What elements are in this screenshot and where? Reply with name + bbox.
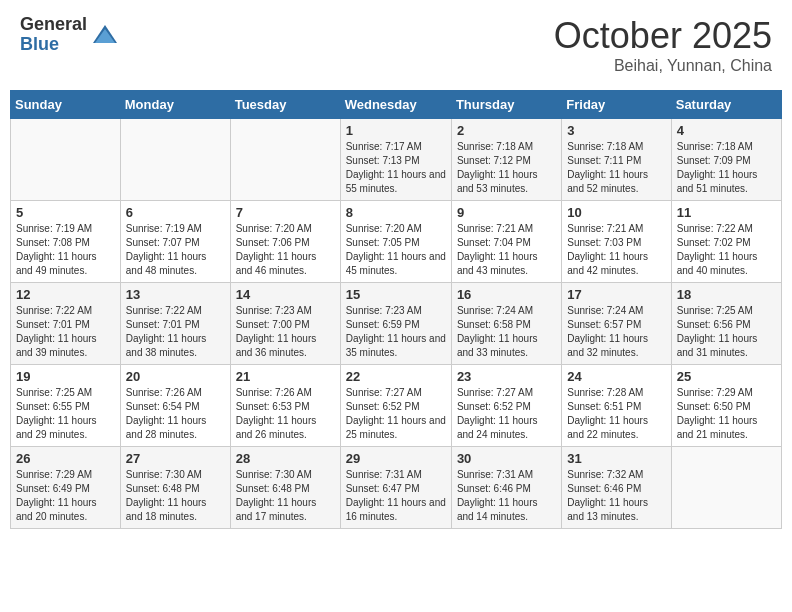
day-info: Sunrise: 7:29 AM Sunset: 6:49 PM Dayligh… [16, 468, 115, 524]
calendar-table: SundayMondayTuesdayWednesdayThursdayFrid… [10, 90, 782, 529]
day-info: Sunrise: 7:20 AM Sunset: 7:05 PM Dayligh… [346, 222, 446, 278]
day-info: Sunrise: 7:24 AM Sunset: 6:57 PM Dayligh… [567, 304, 665, 360]
column-header-monday: Monday [120, 91, 230, 119]
column-header-wednesday: Wednesday [340, 91, 451, 119]
calendar-cell: 14Sunrise: 7:23 AM Sunset: 7:00 PM Dayli… [230, 283, 340, 365]
month-title: October 2025 [554, 15, 772, 57]
day-number: 24 [567, 369, 665, 384]
day-info: Sunrise: 7:18 AM Sunset: 7:09 PM Dayligh… [677, 140, 776, 196]
calendar-cell: 10Sunrise: 7:21 AM Sunset: 7:03 PM Dayli… [562, 201, 671, 283]
day-number: 2 [457, 123, 556, 138]
day-number: 15 [346, 287, 446, 302]
calendar-cell: 23Sunrise: 7:27 AM Sunset: 6:52 PM Dayli… [451, 365, 561, 447]
calendar-week-3: 12Sunrise: 7:22 AM Sunset: 7:01 PM Dayli… [11, 283, 782, 365]
day-number: 20 [126, 369, 225, 384]
day-info: Sunrise: 7:17 AM Sunset: 7:13 PM Dayligh… [346, 140, 446, 196]
day-info: Sunrise: 7:22 AM Sunset: 7:02 PM Dayligh… [677, 222, 776, 278]
calendar-header-row: SundayMondayTuesdayWednesdayThursdayFrid… [11, 91, 782, 119]
day-number: 17 [567, 287, 665, 302]
day-number: 30 [457, 451, 556, 466]
column-header-thursday: Thursday [451, 91, 561, 119]
day-number: 31 [567, 451, 665, 466]
logo: General Blue [20, 15, 119, 55]
day-number: 13 [126, 287, 225, 302]
column-header-friday: Friday [562, 91, 671, 119]
day-info: Sunrise: 7:23 AM Sunset: 7:00 PM Dayligh… [236, 304, 335, 360]
calendar-cell: 19Sunrise: 7:25 AM Sunset: 6:55 PM Dayli… [11, 365, 121, 447]
logo-blue: Blue [20, 35, 87, 55]
day-info: Sunrise: 7:31 AM Sunset: 6:47 PM Dayligh… [346, 468, 446, 524]
day-info: Sunrise: 7:26 AM Sunset: 6:53 PM Dayligh… [236, 386, 335, 442]
day-number: 10 [567, 205, 665, 220]
calendar-cell: 20Sunrise: 7:26 AM Sunset: 6:54 PM Dayli… [120, 365, 230, 447]
calendar-cell: 16Sunrise: 7:24 AM Sunset: 6:58 PM Dayli… [451, 283, 561, 365]
day-number: 25 [677, 369, 776, 384]
day-number: 21 [236, 369, 335, 384]
calendar-cell [671, 447, 781, 529]
calendar-cell: 6Sunrise: 7:19 AM Sunset: 7:07 PM Daylig… [120, 201, 230, 283]
title-block: October 2025 Beihai, Yunnan, China [554, 15, 772, 75]
day-info: Sunrise: 7:20 AM Sunset: 7:06 PM Dayligh… [236, 222, 335, 278]
calendar-cell [120, 119, 230, 201]
day-number: 18 [677, 287, 776, 302]
calendar-cell: 13Sunrise: 7:22 AM Sunset: 7:01 PM Dayli… [120, 283, 230, 365]
calendar-cell: 24Sunrise: 7:28 AM Sunset: 6:51 PM Dayli… [562, 365, 671, 447]
day-info: Sunrise: 7:30 AM Sunset: 6:48 PM Dayligh… [236, 468, 335, 524]
day-info: Sunrise: 7:24 AM Sunset: 6:58 PM Dayligh… [457, 304, 556, 360]
day-number: 27 [126, 451, 225, 466]
calendar-cell: 22Sunrise: 7:27 AM Sunset: 6:52 PM Dayli… [340, 365, 451, 447]
day-number: 11 [677, 205, 776, 220]
day-info: Sunrise: 7:27 AM Sunset: 6:52 PM Dayligh… [346, 386, 446, 442]
location-title: Beihai, Yunnan, China [554, 57, 772, 75]
day-number: 3 [567, 123, 665, 138]
calendar-cell: 1Sunrise: 7:17 AM Sunset: 7:13 PM Daylig… [340, 119, 451, 201]
day-number: 9 [457, 205, 556, 220]
day-number: 23 [457, 369, 556, 384]
calendar-week-1: 1Sunrise: 7:17 AM Sunset: 7:13 PM Daylig… [11, 119, 782, 201]
day-info: Sunrise: 7:31 AM Sunset: 6:46 PM Dayligh… [457, 468, 556, 524]
day-number: 1 [346, 123, 446, 138]
day-number: 4 [677, 123, 776, 138]
day-info: Sunrise: 7:25 AM Sunset: 6:55 PM Dayligh… [16, 386, 115, 442]
calendar-cell: 31Sunrise: 7:32 AM Sunset: 6:46 PM Dayli… [562, 447, 671, 529]
column-header-tuesday: Tuesday [230, 91, 340, 119]
calendar-cell: 2Sunrise: 7:18 AM Sunset: 7:12 PM Daylig… [451, 119, 561, 201]
day-info: Sunrise: 7:22 AM Sunset: 7:01 PM Dayligh… [16, 304, 115, 360]
day-number: 5 [16, 205, 115, 220]
day-number: 22 [346, 369, 446, 384]
day-number: 28 [236, 451, 335, 466]
column-header-sunday: Sunday [11, 91, 121, 119]
day-info: Sunrise: 7:29 AM Sunset: 6:50 PM Dayligh… [677, 386, 776, 442]
day-info: Sunrise: 7:30 AM Sunset: 6:48 PM Dayligh… [126, 468, 225, 524]
calendar-cell: 5Sunrise: 7:19 AM Sunset: 7:08 PM Daylig… [11, 201, 121, 283]
calendar-cell: 26Sunrise: 7:29 AM Sunset: 6:49 PM Dayli… [11, 447, 121, 529]
day-info: Sunrise: 7:28 AM Sunset: 6:51 PM Dayligh… [567, 386, 665, 442]
day-number: 12 [16, 287, 115, 302]
day-number: 16 [457, 287, 556, 302]
day-info: Sunrise: 7:27 AM Sunset: 6:52 PM Dayligh… [457, 386, 556, 442]
day-info: Sunrise: 7:23 AM Sunset: 6:59 PM Dayligh… [346, 304, 446, 360]
calendar-cell: 4Sunrise: 7:18 AM Sunset: 7:09 PM Daylig… [671, 119, 781, 201]
calendar-cell: 27Sunrise: 7:30 AM Sunset: 6:48 PM Dayli… [120, 447, 230, 529]
day-number: 7 [236, 205, 335, 220]
calendar-cell: 29Sunrise: 7:31 AM Sunset: 6:47 PM Dayli… [340, 447, 451, 529]
calendar-cell: 8Sunrise: 7:20 AM Sunset: 7:05 PM Daylig… [340, 201, 451, 283]
day-info: Sunrise: 7:32 AM Sunset: 6:46 PM Dayligh… [567, 468, 665, 524]
day-info: Sunrise: 7:19 AM Sunset: 7:08 PM Dayligh… [16, 222, 115, 278]
day-info: Sunrise: 7:18 AM Sunset: 7:11 PM Dayligh… [567, 140, 665, 196]
calendar-cell: 18Sunrise: 7:25 AM Sunset: 6:56 PM Dayli… [671, 283, 781, 365]
day-info: Sunrise: 7:21 AM Sunset: 7:03 PM Dayligh… [567, 222, 665, 278]
calendar-cell [11, 119, 121, 201]
day-number: 29 [346, 451, 446, 466]
day-info: Sunrise: 7:22 AM Sunset: 7:01 PM Dayligh… [126, 304, 225, 360]
day-number: 14 [236, 287, 335, 302]
logo-general: General [20, 15, 87, 35]
column-header-saturday: Saturday [671, 91, 781, 119]
calendar-cell: 17Sunrise: 7:24 AM Sunset: 6:57 PM Dayli… [562, 283, 671, 365]
calendar-cell: 7Sunrise: 7:20 AM Sunset: 7:06 PM Daylig… [230, 201, 340, 283]
calendar-cell: 21Sunrise: 7:26 AM Sunset: 6:53 PM Dayli… [230, 365, 340, 447]
calendar-cell: 15Sunrise: 7:23 AM Sunset: 6:59 PM Dayli… [340, 283, 451, 365]
calendar-cell: 9Sunrise: 7:21 AM Sunset: 7:04 PM Daylig… [451, 201, 561, 283]
calendar-cell [230, 119, 340, 201]
page-header: General Blue October 2025 Beihai, Yunnan… [10, 10, 782, 80]
